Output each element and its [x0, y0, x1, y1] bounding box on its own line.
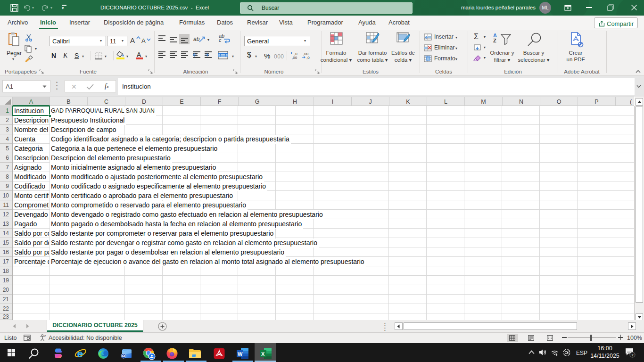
svg-text:,00: ,00 — [292, 56, 297, 59]
svg-text:W: W — [238, 351, 243, 357]
svg-text:,0: ,0 — [306, 56, 310, 59]
svg-text:X: X — [261, 351, 265, 357]
svg-text:7: 7 — [631, 353, 634, 357]
svg-text:?: ? — [44, 335, 46, 337]
